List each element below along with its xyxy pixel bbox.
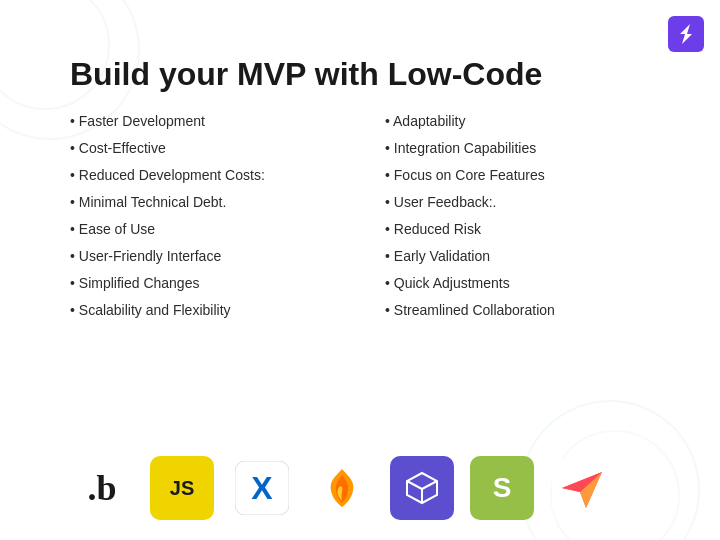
list-item: Quick Adjustments <box>385 273 660 294</box>
list-item: Minimal Technical Debt. <box>70 192 345 213</box>
svg-text:X: X <box>251 470 273 506</box>
list-item: User Feedback:. <box>385 192 660 213</box>
logo-xano: X <box>230 456 294 520</box>
list-item: Faster Development <box>70 111 345 132</box>
logo-box <box>390 456 454 520</box>
brand-logo <box>668 16 704 56</box>
list-item: Cost-Effective <box>70 138 345 159</box>
logo-bubble: .b <box>70 456 134 520</box>
page-title: Build your MVP with Low-Code <box>70 55 660 93</box>
list-item: User-Friendly Interface <box>70 246 345 267</box>
list-item: Simplified Changes <box>70 273 345 294</box>
list-item: Reduced Development Costs: <box>70 165 345 186</box>
logo-firebase <box>310 456 374 520</box>
logos-row: .b JS X S <box>70 456 660 520</box>
list-item: Ease of Use <box>70 219 345 240</box>
list-item: Scalability and Flexibility <box>70 300 345 321</box>
list-item: Integration Capabilities <box>385 138 660 159</box>
feature-list: Faster DevelopmentCost-EffectiveReduced … <box>70 111 660 327</box>
list-item: Early Validation <box>385 246 660 267</box>
list-item: Reduced Risk <box>385 219 660 240</box>
logo-javascript: JS <box>150 456 214 520</box>
list-item: Streamlined Collaboration <box>385 300 660 321</box>
list-item: Adaptability <box>385 111 660 132</box>
logo-shopify: S <box>470 456 534 520</box>
list-item: Focus on Core Features <box>385 165 660 186</box>
main-content: Build your MVP with Low-Code Faster Deve… <box>70 55 660 327</box>
logo-send <box>550 456 614 520</box>
